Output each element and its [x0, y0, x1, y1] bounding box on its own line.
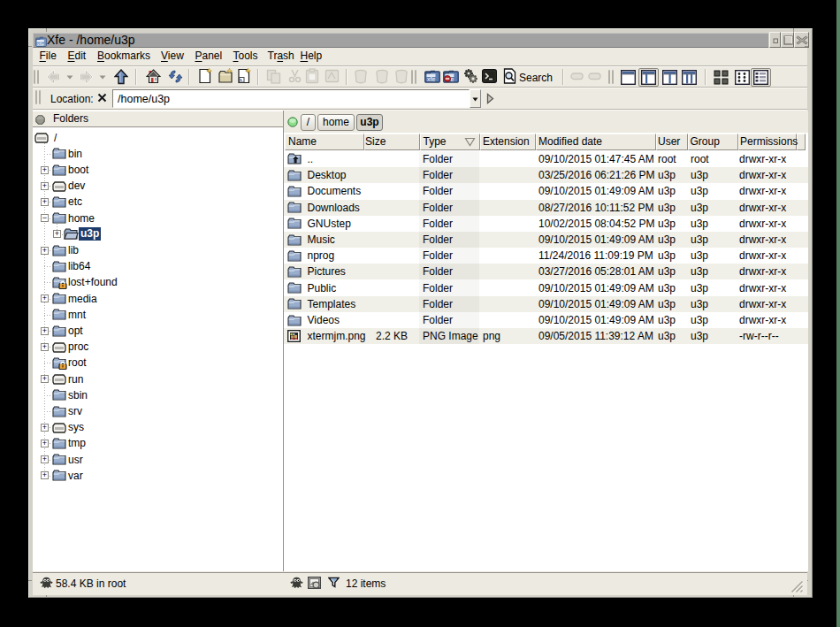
svg-text:xfe: xfe [427, 76, 435, 82]
svg-text:xfe: xfe [37, 42, 45, 47]
